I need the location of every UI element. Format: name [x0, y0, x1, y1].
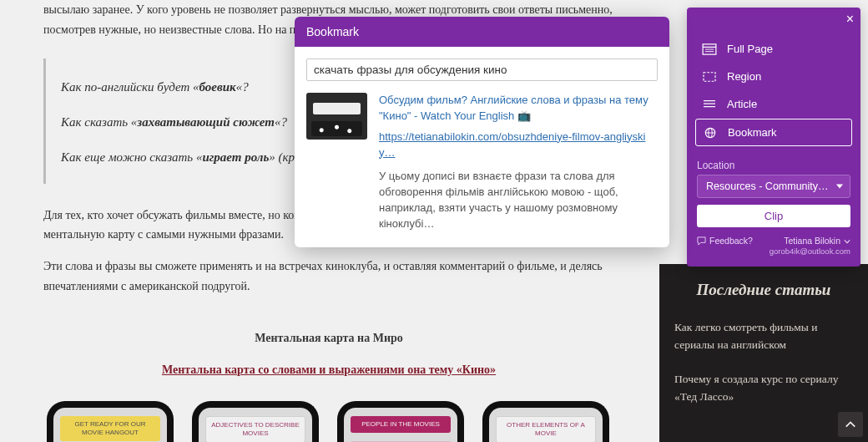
- sidebar-post-link[interactable]: Как легко смотреть фильмы и сериалы на а…: [674, 319, 853, 354]
- fullpage-icon: [702, 43, 717, 55]
- comment-icon: [697, 236, 706, 246]
- bookmark-thumbnail: [306, 93, 367, 140]
- bookmark-header: Bookmark: [295, 17, 669, 47]
- quote-text: «?: [275, 115, 287, 129]
- sidebar-post-link[interactable]: Почему я создала курс по сериалу «Тед Ла…: [674, 371, 853, 406]
- phone-card: ADJECTIVES TO DESCRIBE MOVIES: [205, 416, 305, 442]
- feedback-link[interactable]: Feedback?: [697, 236, 753, 246]
- clipper-footer: Feedback? Tetiana Bilokin gorob4ik@outlo…: [687, 227, 860, 257]
- bookmark-preview-row: Обсудим фильм? Английские слова и фразы …: [306, 93, 658, 232]
- phone-mock: GET READY FOR OUR MOVIE HANGOUT: [47, 401, 174, 442]
- mode-article[interactable]: Article: [695, 91, 852, 117]
- mode-bookmark[interactable]: Bookmark: [695, 119, 852, 146]
- bookmark-title-input[interactable]: [306, 58, 658, 81]
- account-menu[interactable]: Tetiana Bilokin gorob4ik@outlook.com: [770, 236, 850, 257]
- article-paragraph: Эти слова и фразы вы сможете применять и…: [43, 257, 614, 297]
- chevron-down-icon: [844, 238, 850, 245]
- page-root: высылаю заранее. У кого уровень не позво…: [0, 0, 868, 442]
- phone-mock: ADJECTIVES TO DESCRIBE MOVIES: [192, 401, 319, 442]
- sidebar-title: Последние статьи: [674, 281, 853, 299]
- recent-posts-sidebar: Последние статьи Как легко смотреть филь…: [659, 264, 868, 442]
- quote-text: Как сказать «: [61, 115, 137, 129]
- miro-title: Ментальная карта на Миро: [43, 328, 614, 348]
- bookmark-meta: Обсудим фильм? Английские слова и фразы …: [379, 93, 658, 232]
- phone-mock: People in the movies: [337, 401, 464, 442]
- feedback-label: Feedback?: [709, 236, 753, 246]
- quote-text: Как еще можно сказать «: [61, 150, 202, 164]
- region-icon: [702, 71, 717, 83]
- location-label: Location: [687, 151, 860, 175]
- bookmark-description: У цьому дописі ви взнаєте фрази та слова…: [379, 169, 658, 231]
- text: ментальную карту с самыми нужными фразам…: [43, 228, 284, 241]
- mode-label: Region: [727, 70, 761, 83]
- bookmark-url[interactable]: https://tetianabilokin.com/obsuzhdeniye-…: [379, 130, 658, 161]
- quote-text: Как по-английски будет «: [61, 80, 199, 94]
- article-icon: [702, 99, 717, 110]
- account-name: Tetiana Bilokin: [784, 236, 840, 246]
- mode-label: Full Page: [727, 43, 773, 55]
- quote-text: «?: [236, 80, 249, 94]
- mode-label: Article: [727, 98, 757, 110]
- mode-label: Bookmark: [728, 126, 777, 139]
- clipper-panel: × Full Page Region Article Bookmark Loca…: [687, 8, 860, 267]
- miro-link[interactable]: Ментальна карта со словами и выражениями…: [162, 363, 496, 376]
- clip-button[interactable]: Clip: [697, 205, 850, 227]
- globe-icon: [703, 127, 718, 139]
- location-select[interactable]: Resources - Community > Le…: [697, 175, 850, 198]
- back-to-top-button[interactable]: [838, 412, 863, 437]
- quote-bold: захватывающий сюжет: [137, 115, 275, 129]
- svg-rect-4: [704, 72, 715, 81]
- bookmark-page-title: Обсудим фильм? Английские слова и фразы …: [379, 93, 658, 124]
- phone-card: Other elements of a movie: [496, 416, 596, 442]
- phone-mockups: GET READY FOR OUR MOVIE HANGOUT ADJECTIV…: [43, 401, 614, 442]
- chevron-up-icon: [845, 419, 856, 430]
- clip-modes: Full Page Region Article Bookmark: [687, 8, 860, 151]
- bookmark-popup: Bookmark Обсудим фильм? Английские слова…: [295, 17, 669, 247]
- account-email: gorob4ik@outlook.com: [770, 246, 850, 257]
- phone-card: GET READY FOR OUR MOVIE HANGOUT: [60, 416, 160, 440]
- mode-region[interactable]: Region: [695, 64, 852, 89]
- phone-card: People in the movies: [351, 416, 451, 433]
- miro-link-wrap: Ментальна карта со словами и выражениями…: [43, 360, 614, 380]
- close-icon[interactable]: ×: [846, 13, 854, 26]
- quote-bold: боевик: [199, 80, 236, 94]
- bookmark-body: Обсудим фильм? Английские слова и фразы …: [295, 47, 669, 247]
- quote-bold: играет роль: [202, 150, 269, 164]
- mode-fullpage[interactable]: Full Page: [695, 36, 852, 62]
- phone-mock: Other elements of a movie: [482, 401, 609, 442]
